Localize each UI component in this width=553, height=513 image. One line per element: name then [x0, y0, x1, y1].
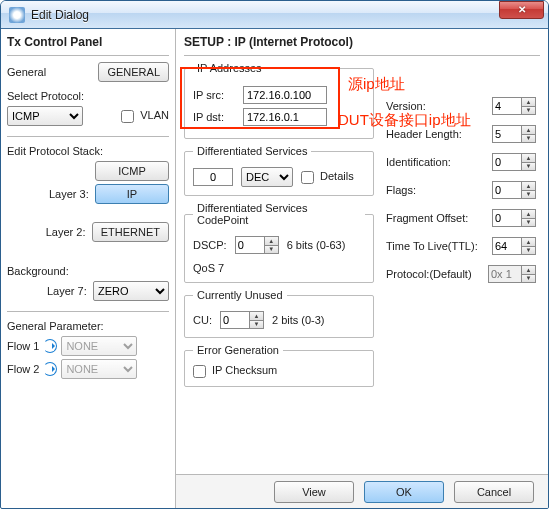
general-button[interactable]: GENERAL: [98, 62, 169, 82]
identification-value[interactable]: [492, 153, 522, 171]
flow1-refresh-icon[interactable]: [43, 339, 57, 353]
ip-addresses-group: IP Addresses IP src: IP dst:: [184, 62, 374, 139]
icmp-button[interactable]: ICMP: [95, 161, 169, 181]
view-button[interactable]: View: [274, 481, 354, 503]
vlan-label: VLAN: [140, 109, 169, 121]
tx-control-title: Tx Control Panel: [7, 33, 169, 53]
ip-fields-column: Version: ▲▼ Header Length: ▲▼ Identifica…: [386, 87, 536, 293]
chevron-down-icon[interactable]: ▼: [250, 320, 264, 330]
close-button[interactable]: ✕: [499, 1, 544, 19]
diff-serv-value[interactable]: [193, 168, 233, 186]
setup-panel: SETUP : IP (Internet Protocol) IP Addres…: [176, 29, 548, 508]
cancel-button[interactable]: Cancel: [454, 481, 534, 503]
layer3-label: Layer 3:: [49, 188, 93, 200]
dialog-button-bar: View OK Cancel: [176, 474, 548, 508]
protocol-label: Protocol:(Default): [386, 268, 472, 280]
dscp-value[interactable]: [235, 236, 265, 254]
version-spinner[interactable]: ▲▼: [492, 97, 536, 115]
ip-button[interactable]: IP: [95, 184, 169, 204]
edit-stack-label: Edit Protocol Stack:: [7, 145, 169, 157]
protocol-select[interactable]: ICMP: [7, 106, 83, 126]
ip-checksum-label: IP Checksum: [212, 364, 277, 376]
ttl-value[interactable]: [492, 237, 522, 255]
ip-src-label: IP src:: [193, 89, 237, 101]
cu-legend: Currently Unused: [193, 289, 287, 301]
flags-label: Flags:: [386, 184, 416, 196]
flow1-label: Flow 1: [7, 340, 39, 352]
titlebar[interactable]: Edit Dialog ✕: [1, 1, 548, 29]
flow1-select: NONE: [61, 336, 137, 356]
chevron-up-icon[interactable]: ▲: [250, 311, 264, 320]
general-parameter-label: General Parameter:: [7, 320, 169, 332]
details-checkbox[interactable]: [301, 171, 314, 184]
diff-serv-group: Differentiated Services DEC Details: [184, 145, 374, 196]
background-label: Background:: [7, 265, 169, 277]
error-gen-group: Error Generation IP Checksum: [184, 344, 374, 387]
app-icon: [9, 7, 25, 23]
ok-button[interactable]: OK: [364, 481, 444, 503]
window-title: Edit Dialog: [31, 8, 499, 22]
select-protocol-label: Select Protocol:: [7, 90, 169, 102]
ttl-spinner[interactable]: ▲▼: [492, 237, 536, 255]
protocol-spinner: ▲▼: [488, 265, 536, 283]
chevron-down-icon[interactable]: ▼: [265, 245, 279, 255]
version-label: Version:: [386, 100, 426, 112]
fragment-offset-value[interactable]: [492, 209, 522, 227]
layer7-label: Layer 7:: [47, 285, 91, 297]
ip-dst-input[interactable]: [243, 108, 327, 126]
flags-spinner[interactable]: ▲▼: [492, 181, 536, 199]
ttl-label: Time To Live(TTL):: [386, 240, 478, 252]
vlan-checkbox[interactable]: [121, 110, 134, 123]
ip-checksum-checkbox[interactable]: [193, 365, 206, 378]
cu-value[interactable]: [220, 311, 250, 329]
details-label: Details: [320, 170, 354, 182]
ip-dst-label: IP dst:: [193, 111, 237, 123]
cu-spinner[interactable]: ▲▼: [220, 311, 264, 329]
flow2-select: NONE: [61, 359, 137, 379]
identification-spinner[interactable]: ▲▼: [492, 153, 536, 171]
cu-group: Currently Unused CU: ▲▼ 2 bits (0-3): [184, 289, 374, 338]
layer2-label: Layer 2:: [46, 226, 90, 238]
flags-value[interactable]: [492, 181, 522, 199]
header-length-label: Header Length:: [386, 128, 462, 140]
flow2-label: Flow 2: [7, 363, 39, 375]
edit-dialog-window: Edit Dialog ✕ Tx Control Panel General G…: [0, 0, 549, 509]
layer7-select[interactable]: ZERO: [93, 281, 169, 301]
identification-label: Identification:: [386, 156, 451, 168]
ethernet-button[interactable]: ETHERNET: [92, 222, 169, 242]
dscp-legend: Differentiated Services CodePoint: [193, 202, 365, 226]
fragment-offset-spinner[interactable]: ▲▼: [492, 209, 536, 227]
header-length-spinner[interactable]: ▲▼: [492, 125, 536, 143]
protocol-value: [488, 265, 522, 283]
ip-src-input[interactable]: [243, 86, 327, 104]
cu-label: CU:: [193, 314, 212, 326]
dscp-label: DSCP:: [193, 239, 227, 251]
dscp-group: Differentiated Services CodePoint DSCP: …: [184, 202, 374, 283]
ip-checksum-wrap[interactable]: IP Checksum: [193, 364, 277, 376]
general-label: General: [7, 66, 46, 78]
setup-title: SETUP : IP (Internet Protocol): [184, 33, 540, 53]
tx-control-panel: Tx Control Panel General GENERAL Select …: [1, 29, 176, 508]
flow2-refresh-icon[interactable]: [43, 362, 57, 376]
diff-serv-mode[interactable]: DEC: [241, 167, 293, 187]
diff-serv-legend: Differentiated Services: [193, 145, 311, 157]
cu-bits: 2 bits (0-3): [272, 314, 325, 326]
dscp-spinner[interactable]: ▲▼: [235, 236, 279, 254]
version-value[interactable]: [492, 97, 522, 115]
dscp-bits: 6 bits (0-63): [287, 239, 346, 251]
ip-addresses-legend: IP Addresses: [193, 62, 266, 74]
close-icon: ✕: [518, 4, 526, 15]
vlan-checkbox-wrap[interactable]: VLAN: [121, 109, 169, 123]
chevron-up-icon[interactable]: ▲: [265, 236, 279, 245]
fragment-offset-label: Fragment Offset:: [386, 212, 468, 224]
dialog-body: Tx Control Panel General GENERAL Select …: [1, 29, 548, 508]
error-gen-legend: Error Generation: [193, 344, 283, 356]
qos-label: QoS 7: [193, 262, 365, 274]
header-length-value[interactable]: [492, 125, 522, 143]
details-wrap[interactable]: Details: [301, 170, 354, 184]
